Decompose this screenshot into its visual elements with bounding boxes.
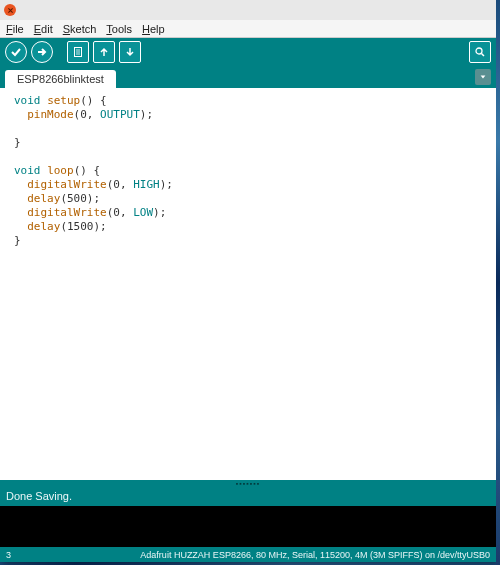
- output-console[interactable]: [0, 506, 496, 547]
- arrow-right-icon: [36, 46, 48, 58]
- file-icon: [72, 46, 84, 58]
- line-number: 3: [6, 550, 11, 560]
- code-editor[interactable]: void setup() { pinMode(0, OUTPUT); } voi…: [0, 88, 496, 480]
- arrow-up-icon: [98, 46, 110, 58]
- upload-button[interactable]: [31, 41, 53, 63]
- menubar: File Edit Sketch Tools Help: [0, 20, 496, 38]
- tab-label: ESP8266blinktest: [17, 73, 104, 85]
- chevron-down-icon: [479, 73, 487, 81]
- tab-menu-button[interactable]: [475, 69, 491, 85]
- open-sketch-button[interactable]: [93, 41, 115, 63]
- splitter-grip[interactable]: ▪▪▪▪▪▪▪: [0, 480, 496, 488]
- sketch-tab[interactable]: ESP8266blinktest: [5, 70, 116, 88]
- window-titlebar[interactable]: [0, 0, 496, 20]
- new-sketch-button[interactable]: [67, 41, 89, 63]
- menu-sketch[interactable]: Sketch: [63, 23, 97, 35]
- serial-monitor-button[interactable]: [469, 41, 491, 63]
- menu-tools[interactable]: Tools: [106, 23, 132, 35]
- code-content: void setup() { pinMode(0, OUTPUT); } voi…: [14, 94, 496, 248]
- window-close-button[interactable]: [4, 4, 16, 16]
- close-icon: [7, 7, 14, 14]
- verify-button[interactable]: [5, 41, 27, 63]
- tab-bar: ESP8266blinktest: [0, 66, 496, 88]
- status-message: Done Saving.: [6, 490, 72, 502]
- check-icon: [10, 46, 22, 58]
- footer-bar: 3 Adafruit HUZZAH ESP8266, 80 MHz, Seria…: [0, 547, 496, 562]
- save-sketch-button[interactable]: [119, 41, 141, 63]
- arrow-down-icon: [124, 46, 136, 58]
- status-bar: Done Saving.: [0, 488, 496, 506]
- menu-help[interactable]: Help: [142, 23, 165, 35]
- arduino-ide-window: File Edit Sketch Tools Help ESP8266blink…: [0, 0, 496, 562]
- magnifier-icon: [474, 46, 486, 58]
- menu-file[interactable]: File: [6, 23, 24, 35]
- board-info: Adafruit HUZZAH ESP8266, 80 MHz, Serial,…: [140, 550, 490, 560]
- toolbar: [0, 38, 496, 66]
- menu-edit[interactable]: Edit: [34, 23, 53, 35]
- svg-point-1: [476, 48, 482, 54]
